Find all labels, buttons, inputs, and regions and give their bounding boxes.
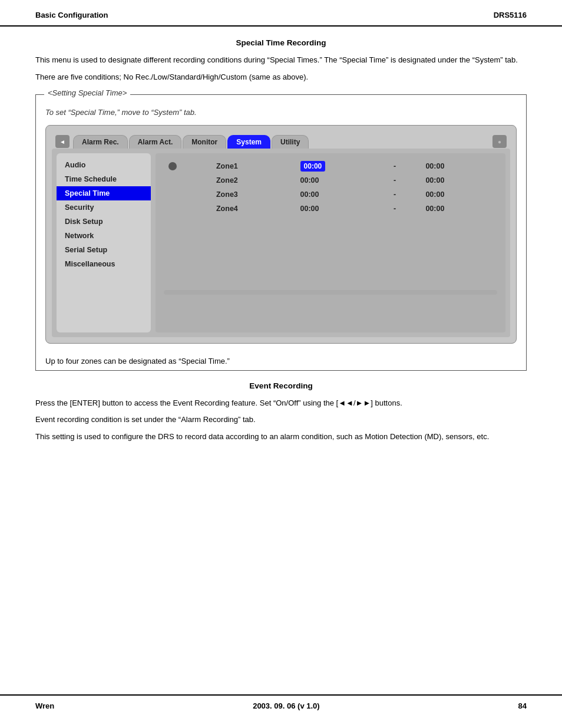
zone1-name: Zone1 [211, 159, 296, 174]
zone1-dot [168, 162, 177, 170]
setting-box: <Setting Special Time> To set “Special T… [35, 94, 527, 371]
dvr-panel: Audio Time Schedule Special Time Securit… [52, 149, 510, 337]
tab-back-button[interactable] [55, 135, 70, 148]
footer-right: 84 [518, 701, 527, 710]
footer-center: 2003. 09. 06 (v 1.0) [253, 701, 319, 710]
zone1-dash: - [389, 159, 421, 174]
event-recording-title: Event Recording [35, 381, 527, 390]
special-time-title: Special Time Recording [35, 38, 527, 47]
page-footer: Wren 2003. 09. 06 (v 1.0) 84 [0, 694, 562, 716]
tab-alarm-act[interactable]: Alarm Act. [129, 135, 182, 149]
tab-system[interactable]: System [227, 135, 270, 149]
zone4-start: 00:00 [296, 202, 389, 216]
header-left: Basic Configuration [35, 11, 108, 19]
tab-alarm-rec[interactable]: Alarm Rec. [73, 135, 128, 149]
event-recording-para2: Event recording condition is set under t… [35, 414, 527, 426]
zone-row-2: Zone2 00:00 - 00:00 [164, 173, 497, 187]
tab-utility[interactable]: Utility [272, 135, 309, 149]
setting-box-footer: Up to four zones can be designated as “S… [36, 352, 526, 370]
zone3-dash: - [389, 187, 421, 202]
zone4-name: Zone4 [211, 202, 296, 216]
menu-item-security[interactable]: Security [57, 200, 151, 215]
zone3-start: 00:00 [296, 187, 389, 202]
zone-table: Zone1 00:00 - 00:00 Zone2 00:00 - [164, 159, 497, 216]
zone3-name: Zone3 [211, 187, 296, 202]
menu-item-audio[interactable]: Audio [57, 158, 151, 172]
setting-box-title: <Setting Special Time> [44, 88, 130, 97]
zone1-end: 00:00 [421, 159, 497, 174]
zone2-name: Zone2 [211, 173, 296, 187]
event-recording-para3: This setting is used to configure the DR… [35, 431, 527, 443]
tab-right-button[interactable] [492, 135, 507, 148]
zone2-end: 00:00 [421, 173, 497, 187]
page-header: Basic Configuration DRS5116 [0, 0, 562, 27]
menu-item-time-schedule[interactable]: Time Schedule [57, 172, 151, 186]
menu-item-disk-setup[interactable]: Disk Setup [57, 215, 151, 229]
special-time-para1: This menu is used to designate different… [35, 54, 527, 67]
tab-bar: Alarm Rec. Alarm Act. Monitor System Uti… [52, 131, 510, 149]
zone-row-1: Zone1 00:00 - 00:00 [164, 159, 497, 174]
menu-item-network[interactable]: Network [57, 229, 151, 243]
footer-note: Up to four zones can be designated as “S… [45, 357, 230, 365]
footer-left: Wren [35, 701, 54, 710]
setting-box-inner: To set “Special Time,” move to “System” … [36, 95, 526, 352]
dvr-zone-content: Zone1 00:00 - 00:00 Zone2 00:00 - [156, 153, 505, 332]
special-time-para2: There are five conditions; No Rec./Low/S… [35, 71, 527, 84]
menu-item-miscellaneous[interactable]: Miscellaneous [57, 257, 151, 271]
dvr-menu: Audio Time Schedule Special Time Securit… [57, 153, 151, 332]
setting-note: To set “Special Time,” move to “System” … [45, 108, 517, 117]
zone4-end: 00:00 [421, 202, 497, 216]
event-recording-para1: Press the [ENTER] button to access the E… [35, 397, 527, 410]
zone-row-3: Zone3 00:00 - 00:00 [164, 187, 497, 202]
dvr-ui: Alarm Rec. Alarm Act. Monitor System Uti… [45, 125, 517, 344]
menu-item-special-time[interactable]: Special Time [57, 186, 151, 200]
tab-monitor[interactable]: Monitor [183, 135, 226, 149]
zone2-dash: - [389, 173, 421, 187]
zone1-start[interactable]: 00:00 [300, 161, 326, 172]
zone3-end: 00:00 [421, 187, 497, 202]
header-right: DRS5116 [494, 11, 527, 19]
menu-item-serial-setup[interactable]: Serial Setup [57, 243, 151, 257]
zone-row-4: Zone4 00:00 - 00:00 [164, 202, 497, 216]
zone4-dash: - [389, 202, 421, 216]
main-content: Special Time Recording This menu is used… [0, 38, 562, 443]
zone2-start: 00:00 [296, 173, 389, 187]
